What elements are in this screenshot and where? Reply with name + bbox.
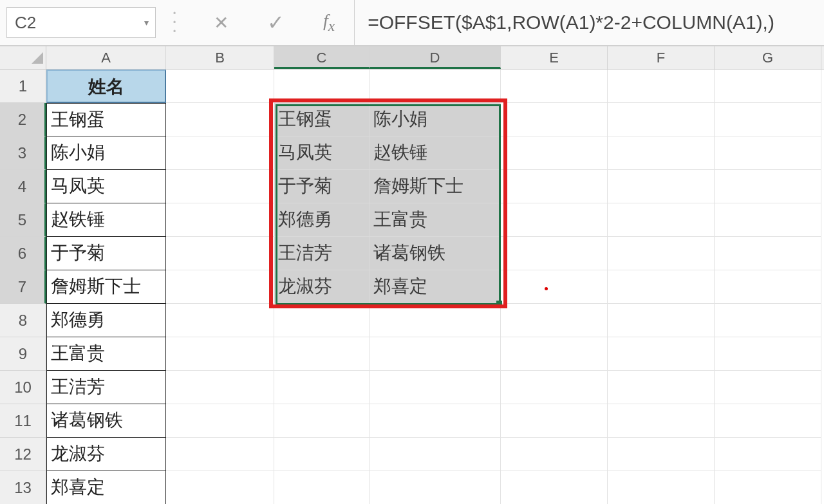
cell[interactable] bbox=[501, 337, 608, 371]
chevron-down-icon[interactable]: ▾ bbox=[144, 17, 149, 28]
cell[interactable] bbox=[274, 438, 370, 471]
cell[interactable]: 王洁芳 bbox=[46, 371, 166, 404]
cell[interactable]: 王钢蛋 bbox=[274, 103, 370, 136]
cell[interactable] bbox=[370, 471, 501, 504]
cell[interactable] bbox=[608, 103, 715, 136]
row-header[interactable]: 5 bbox=[0, 203, 46, 237]
cell[interactable] bbox=[715, 70, 821, 103]
row-header[interactable]: 3 bbox=[0, 136, 46, 170]
cell[interactable] bbox=[715, 337, 821, 371]
row-header[interactable]: 13 bbox=[0, 471, 46, 504]
enter-icon[interactable]: ✓ bbox=[267, 10, 285, 35]
cell[interactable] bbox=[166, 438, 274, 471]
cell[interactable] bbox=[166, 203, 274, 237]
cell[interactable] bbox=[608, 471, 715, 504]
cell[interactable]: 郑喜定 bbox=[370, 270, 501, 304]
cell[interactable]: 王富贵 bbox=[370, 203, 501, 237]
cell[interactable] bbox=[715, 371, 821, 404]
col-header-C[interactable]: C bbox=[274, 46, 370, 69]
cell[interactable] bbox=[274, 471, 370, 504]
cell[interactable] bbox=[501, 237, 608, 270]
cell[interactable] bbox=[501, 404, 608, 438]
cell[interactable]: 王洁芳 bbox=[274, 237, 370, 270]
cell[interactable] bbox=[501, 270, 608, 304]
cell[interactable] bbox=[501, 438, 608, 471]
cell[interactable]: 郑喜定 bbox=[46, 471, 166, 504]
cell[interactable] bbox=[166, 136, 274, 170]
cell[interactable] bbox=[715, 404, 821, 438]
col-header-F[interactable]: F bbox=[608, 46, 715, 69]
cell[interactable] bbox=[501, 203, 608, 237]
cell[interactable] bbox=[501, 70, 608, 103]
row-header[interactable]: 1 bbox=[0, 70, 46, 103]
cell[interactable] bbox=[715, 237, 821, 270]
cell[interactable]: 郑德勇 bbox=[274, 203, 370, 237]
cell[interactable] bbox=[370, 438, 501, 471]
cell[interactable]: 郑德勇 bbox=[46, 304, 166, 337]
cell[interactable] bbox=[715, 203, 821, 237]
cell[interactable] bbox=[608, 170, 715, 203]
cell[interactable]: 龙淑芬 bbox=[274, 270, 370, 304]
cell[interactable]: 马凤英 bbox=[46, 170, 166, 203]
cell[interactable] bbox=[274, 337, 370, 371]
row-header[interactable]: 9 bbox=[0, 337, 46, 371]
cell[interactable] bbox=[370, 404, 501, 438]
cell[interactable]: 姓名 bbox=[46, 70, 166, 103]
cell[interactable] bbox=[370, 304, 501, 337]
formula-input[interactable]: =OFFSET($A$1,ROW(A1)*2-2+COLUMN(A1),) bbox=[354, 0, 824, 45]
select-all-corner[interactable] bbox=[0, 46, 46, 69]
cell[interactable] bbox=[370, 337, 501, 371]
cell[interactable] bbox=[608, 371, 715, 404]
row-header[interactable]: 7 bbox=[0, 270, 46, 304]
row-header[interactable]: 8 bbox=[0, 304, 46, 337]
cell[interactable] bbox=[501, 371, 608, 404]
cell[interactable]: 赵铁锤 bbox=[46, 203, 166, 237]
cell[interactable] bbox=[166, 270, 274, 304]
row-header[interactable]: 2 bbox=[0, 103, 46, 136]
cell[interactable]: 詹姆斯下士 bbox=[46, 270, 166, 304]
cell[interactable] bbox=[715, 103, 821, 136]
fx-icon[interactable]: fx bbox=[323, 10, 335, 35]
cell[interactable]: 诸葛钢铁 bbox=[46, 404, 166, 438]
cell[interactable] bbox=[166, 170, 274, 203]
cell[interactable]: 于予菊 bbox=[274, 170, 370, 203]
cell[interactable] bbox=[715, 136, 821, 170]
cell[interactable] bbox=[274, 404, 370, 438]
cell[interactable] bbox=[608, 203, 715, 237]
cell[interactable] bbox=[166, 70, 274, 103]
col-header-G[interactable]: G bbox=[715, 46, 821, 69]
cell[interactable] bbox=[715, 170, 821, 203]
spreadsheet-grid[interactable]: A B C D E F G 1姓名2王钢蛋王钢蛋陈小娟3陈小娟马凤英赵铁锤4马凤… bbox=[0, 46, 824, 504]
row-header[interactable]: 10 bbox=[0, 371, 46, 404]
cell[interactable] bbox=[608, 404, 715, 438]
cell[interactable] bbox=[715, 304, 821, 337]
cell[interactable] bbox=[608, 438, 715, 471]
cell[interactable] bbox=[370, 70, 501, 103]
cell[interactable] bbox=[715, 471, 821, 504]
cell[interactable]: 龙淑芬 bbox=[46, 438, 166, 471]
cell[interactable]: 陈小娟 bbox=[46, 136, 166, 170]
col-header-B[interactable]: B bbox=[166, 46, 274, 69]
row-header[interactable]: 12 bbox=[0, 438, 46, 471]
cell[interactable] bbox=[501, 136, 608, 170]
cell[interactable] bbox=[501, 103, 608, 136]
col-header-A[interactable]: A bbox=[46, 46, 166, 69]
cell[interactable]: 王钢蛋 bbox=[46, 103, 166, 136]
col-header-D[interactable]: D bbox=[370, 46, 501, 69]
cell[interactable] bbox=[608, 270, 715, 304]
cell[interactable] bbox=[608, 337, 715, 371]
cell[interactable] bbox=[608, 136, 715, 170]
row-header[interactable]: 4 bbox=[0, 170, 46, 203]
col-header-E[interactable]: E bbox=[501, 46, 608, 69]
cell[interactable] bbox=[715, 438, 821, 471]
cell[interactable] bbox=[166, 471, 274, 504]
cell[interactable] bbox=[166, 404, 274, 438]
cell[interactable]: 詹姆斯下士 bbox=[370, 170, 501, 203]
cell[interactable] bbox=[501, 471, 608, 504]
cell[interactable] bbox=[274, 304, 370, 337]
cell[interactable]: 王富贵 bbox=[46, 337, 166, 371]
row-header[interactable]: 11 bbox=[0, 404, 46, 438]
cell[interactable] bbox=[166, 371, 274, 404]
cell[interactable] bbox=[166, 337, 274, 371]
cell[interactable]: 马凤英 bbox=[274, 136, 370, 170]
